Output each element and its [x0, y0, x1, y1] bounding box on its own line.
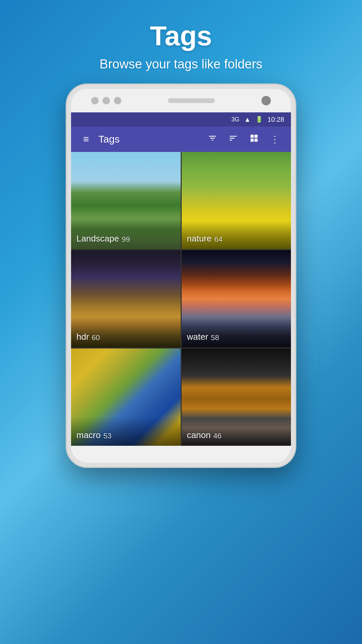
phone-top-bar — [71, 89, 291, 112]
tag-overlay-water: water58 — [182, 318, 291, 347]
tag-count-water: 58 — [211, 333, 219, 342]
sort-button[interactable] — [224, 130, 243, 149]
tag-grid: Landscape99nature64hdr60water58macro53ca… — [71, 152, 291, 446]
phone-dot-1 — [91, 97, 99, 104]
tag-overlay-hdr: hdr60 — [71, 318, 181, 347]
page-title: Tags — [100, 20, 262, 52]
time-display: 10:28 — [267, 116, 284, 123]
tag-name-canon: canon — [187, 430, 211, 440]
more-button[interactable]: ⋮ — [265, 130, 284, 148]
phone-dots — [91, 97, 121, 104]
tag-name-hdr: hdr — [76, 332, 89, 342]
tag-item-hdr[interactable]: hdr60 — [71, 250, 181, 347]
tag-overlay-Landscape: Landscape99 — [71, 220, 181, 249]
menu-button[interactable]: ≡ — [78, 131, 95, 148]
tag-overlay-canon: canon46 — [182, 417, 291, 446]
tag-name-Landscape: Landscape — [76, 233, 119, 244]
page-subtitle: Browse your tags like folders — [100, 57, 262, 71]
tag-count-Landscape: 99 — [122, 235, 130, 244]
tag-name-water: water — [187, 332, 208, 342]
tag-count-canon: 46 — [213, 432, 221, 440]
tag-name-nature: nature — [187, 233, 212, 244]
tag-count-macro: 53 — [103, 432, 111, 440]
phone-speaker — [168, 98, 215, 103]
tag-item-macro[interactable]: macro53 — [71, 348, 181, 446]
phone-mockup: 3G ▲ 🔋 10:28 ≡ Tags — [67, 85, 295, 467]
tag-item-Landscape[interactable]: Landscape99 — [71, 152, 181, 249]
signal-bars: ▲ — [244, 116, 251, 123]
grid-button[interactable] — [245, 130, 263, 149]
tag-name-macro: macro — [76, 430, 101, 440]
tag-item-water[interactable]: water58 — [182, 250, 291, 347]
toolbar-title: Tags — [95, 133, 203, 145]
phone-camera — [261, 96, 271, 105]
app-toolbar: ≡ Tags ⋮ — [71, 126, 291, 152]
phone-dot-3 — [114, 97, 121, 104]
app-screen: 3G ▲ 🔋 10:28 ≡ Tags — [71, 112, 291, 446]
tag-overlay-nature: nature64 — [182, 220, 291, 249]
battery-icon: 🔋 — [255, 116, 263, 123]
tag-count-nature: 64 — [214, 235, 222, 244]
filter-button[interactable] — [203, 130, 222, 149]
tag-item-nature[interactable]: nature64 — [182, 152, 291, 249]
tag-overlay-macro: macro53 — [71, 417, 181, 446]
network-icon: 3G — [231, 116, 239, 123]
phone-dot-2 — [103, 97, 110, 104]
tag-count-hdr: 60 — [92, 333, 100, 342]
tag-item-canon[interactable]: canon46 — [182, 348, 291, 446]
page-header: Tags Browse your tags like folders — [86, 0, 276, 82]
status-bar: 3G ▲ 🔋 10:28 — [71, 112, 291, 126]
phone-bottom-bar — [71, 446, 291, 463]
toolbar-actions: ⋮ — [203, 130, 284, 149]
